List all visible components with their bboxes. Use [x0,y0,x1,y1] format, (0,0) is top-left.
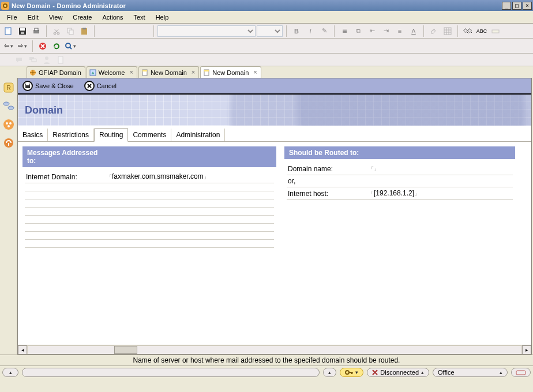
svg-rect-14 [444,28,451,35]
left-row-0: Internet Domain:「faxmaker.com,smsmaker.c… [25,171,274,183]
cut-button[interactable] [50,25,63,37]
save-button[interactable] [16,25,29,37]
left-panel-header-1: Messages Addressed [27,149,97,157]
indent-button[interactable]: ⇥ [380,25,392,37]
status-security-indicator[interactable]: ▾ [340,368,363,377]
bookmark-bar: R [0,78,17,355]
tab-icon [203,69,210,76]
highlight-button[interactable]: ✎ [318,25,331,37]
left-panel-header-2: to: [27,157,36,165]
minimize-button[interactable]: _ [502,2,511,10]
person-icon[interactable] [42,55,52,65]
tab-close-icon[interactable]: × [129,69,133,76]
scroll-left-button[interactable]: ◂ [18,345,27,355]
tab-label: Welcome [99,69,125,76]
copy-button[interactable] [64,25,77,37]
menu-file[interactable]: File [2,13,22,22]
numbers-button[interactable]: ⧉ [352,25,365,37]
align-button[interactable]: ≡ [393,25,406,37]
font-size-select[interactable] [257,25,283,37]
menu-text[interactable]: Text [129,13,149,22]
paste-button[interactable] [78,25,91,37]
inner-tab-restrictions[interactable]: Restrictions [48,129,94,141]
doc-tab-2[interactable]: New Domain× [138,66,199,78]
spellcheck-button[interactable]: ABC [475,25,488,37]
doc-tab-1[interactable]: Welcome× [87,66,137,78]
attach-button[interactable] [427,25,440,37]
cancel-action[interactable]: Cancel [84,81,117,91]
blank-line [25,183,274,191]
print-button[interactable] [30,25,43,37]
inner-tab-routing[interactable]: Routing [94,128,128,142]
doc-small-icon[interactable] [55,55,66,65]
close-button[interactable]: × [523,2,532,10]
document-tabs: GFIAP DomainWelcome×New Domain×New Domai… [0,66,533,78]
menu-bar: FileEditViewCreateActionsTextHelp [0,11,533,24]
status-message-area [22,368,320,377]
menu-create[interactable]: Create [68,13,96,22]
field-value[interactable]: 「faxmaker.com,smsmaker.com」 [107,172,209,181]
stop-button[interactable] [36,40,49,52]
scroll-right-button[interactable]: ▸ [522,345,531,355]
tab-close-icon[interactable]: × [192,69,195,76]
status-connection[interactable]: Disconnected ▴ [367,368,429,377]
field-help-text: Name of server or host where mail addres… [133,356,400,364]
tab-close-icon[interactable]: × [253,69,257,76]
find-button[interactable] [461,25,474,37]
italic-button[interactable]: I [304,25,317,37]
svg-rect-27 [204,70,209,71]
horizontal-scrollbar[interactable]: ◂ ▸ [18,345,531,354]
blank-line [25,208,274,216]
menu-view[interactable]: View [44,13,67,22]
maximize-button[interactable]: □ [512,2,521,10]
inner-tab-basics[interactable]: Basics [18,129,48,141]
svg-rect-25 [142,70,147,71]
bookmark-admin-icon[interactable] [2,137,15,149]
page-heading: Domain [25,104,63,116]
chat-icon[interactable] [14,55,24,65]
status-mail-indicator[interactable] [511,368,531,377]
forward-button[interactable]: ⇨▾ [16,40,29,52]
bold-button[interactable]: B [290,25,303,37]
menu-help[interactable]: Help [151,13,174,22]
inner-tab-administration[interactable]: Administration [171,129,225,141]
refresh-button[interactable] [50,40,63,52]
scroll-thumb[interactable] [114,346,137,354]
doc-tab-3[interactable]: New Domain× [200,66,261,78]
svg-rect-37 [8,143,9,146]
svg-rect-11 [69,30,73,35]
bookmark-databases-icon[interactable] [2,100,15,112]
scroll-track[interactable] [27,345,522,355]
blank-line [25,224,274,232]
bookmark-replication-icon[interactable]: R [2,81,15,94]
right-row-1: or, [287,175,513,187]
menu-actions[interactable]: Actions [97,13,127,22]
bookmark-people-icon[interactable] [2,118,15,131]
status-arrow[interactable]: ▴ [323,368,336,377]
mail-tray-icon [516,370,526,375]
status-messages-button[interactable]: ▴ [2,368,18,377]
blank-line [25,199,274,208]
ruler-button[interactable] [489,25,502,37]
inner-tab-comments[interactable]: Comments [128,129,171,141]
field-value[interactable]: 「」 [369,164,379,173]
status-location[interactable]: Office ▴ [433,368,508,377]
outdent-button[interactable]: ⇤ [366,25,378,37]
field-label: Internet Domain: [26,173,107,181]
back-button[interactable]: ⇦▾ [2,40,15,52]
bullets-button[interactable]: ≣ [338,25,351,37]
save-and-close-action[interactable]: Save & Close [22,81,74,91]
menu-edit[interactable]: Edit [23,13,43,22]
font-select[interactable] [157,25,256,37]
field-value[interactable]: 「[192.168.1.2]」 [369,189,419,198]
doc-tab-0[interactable]: GFIAP Domain [27,66,85,78]
navigation-toolbar: ⇦▾ ⇨▾ ▾ [0,39,533,54]
blank-line [25,191,274,199]
svg-point-34 [9,122,12,125]
search-button[interactable]: ▾ [64,40,77,52]
right-panel-header-1: Should be Routed to: [289,149,359,157]
table-button[interactable] [441,25,454,37]
chats-icon[interactable] [28,55,38,65]
new-doc-button[interactable] [2,25,15,37]
font-color-button[interactable]: A [407,25,420,37]
